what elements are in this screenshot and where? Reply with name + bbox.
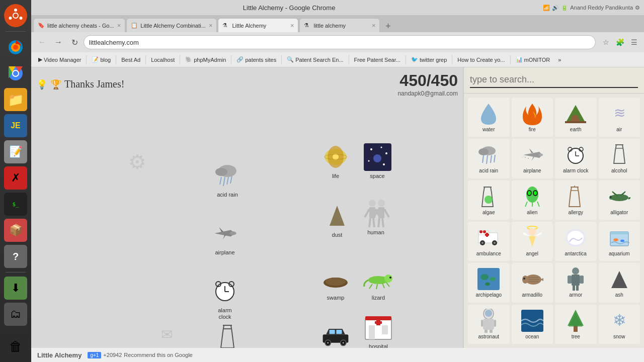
chrome-menu-icon[interactable]: ☰ <box>628 36 640 48</box>
element-earth[interactable]: earth <box>555 98 597 137</box>
firefox-icon[interactable] <box>4 36 27 59</box>
g1-button[interactable]: g+1 +20942 Recommend this on Google <box>88 352 192 358</box>
element-alcohol[interactable]: alcohol <box>599 139 640 178</box>
bookmark-localhost[interactable]: Localhost <box>148 56 178 64</box>
svg-rect-159 <box>490 330 493 333</box>
text-editor-icon[interactable]: 📝 <box>4 140 27 163</box>
tab-3[interactable]: ⚗ little alchemy × <box>299 18 380 32</box>
bookmark-how-to[interactable]: How to Create yo... <box>454 56 508 64</box>
url-bar[interactable]: littlealchemy.com <box>84 35 596 49</box>
canvas-lizard[interactable]: lizard <box>363 263 393 301</box>
canvas-swamp[interactable]: swamp <box>320 263 351 301</box>
ubuntu-icon[interactable] <box>4 4 27 27</box>
tab-2-close[interactable]: × <box>287 22 294 29</box>
element-armadillo[interactable]: armadillo <box>512 263 553 302</box>
element-alcohol-label: alcohol <box>611 168 627 174</box>
mail-decoration: ✉ <box>161 326 173 343</box>
bookmark-star-icon[interactable]: ☆ <box>600 36 612 48</box>
more-bookmarks[interactable]: » <box>555 56 564 64</box>
element-alien[interactable]: alien <box>512 180 553 220</box>
element-acid-rain-label: acid rain <box>479 168 498 174</box>
back-button[interactable]: ← <box>35 35 49 49</box>
element-snow-label: snow <box>613 334 625 340</box>
canvas-acid-rain[interactable]: acid rain <box>212 160 243 198</box>
tab-1-close[interactable]: × <box>206 22 213 29</box>
element-snow[interactable]: ❄ snow <box>599 305 640 344</box>
bookmark-phpmyadmin[interactable]: 🐘 phpMyAdmin <box>182 55 229 64</box>
search-input[interactable] <box>470 72 638 88</box>
bookmark-monitor[interactable]: 📊 mONITOR <box>513 55 553 64</box>
canvas-alarm-clock[interactable]: alarmclock <box>210 276 240 320</box>
svg-marker-152 <box>611 271 627 288</box>
element-ambulance[interactable]: ambulance <box>468 222 510 261</box>
element-earth-label: earth <box>570 127 582 133</box>
red-app-icon[interactable]: ✗ <box>4 166 27 190</box>
game-area[interactable]: ⚙ ✉ ☁ 💡 🏆 Thanks James! 450/450 nandapk0… <box>31 67 463 348</box>
reload-button[interactable]: ↻ <box>67 35 82 49</box>
element-air[interactable]: ≋ air <box>599 98 640 137</box>
element-fire[interactable]: fire <box>512 98 553 137</box>
files-icon[interactable]: 🗂 <box>4 303 27 326</box>
canvas-airplane[interactable]: airplane <box>210 218 240 255</box>
element-algae[interactable]: algae <box>468 180 510 220</box>
element-armor[interactable]: armor <box>555 263 597 302</box>
element-allergy[interactable]: allergy <box>555 180 597 220</box>
tab-2[interactable]: ⚗ Little Alchemy × <box>218 18 298 32</box>
canvas-life[interactable]: life <box>320 142 351 179</box>
canvas-space-label: space <box>362 173 392 179</box>
bookmark-best-ad[interactable]: Best Ad <box>118 56 143 64</box>
tab-1-favicon: 📋 <box>131 22 138 29</box>
je-icon[interactable]: JE <box>4 114 27 137</box>
element-antarctica[interactable]: antarctica <box>555 222 597 261</box>
canvas-alcohol[interactable]: alcohol <box>212 323 243 348</box>
element-ocean[interactable]: ocean <box>512 305 553 344</box>
bookmark-blog[interactable]: 📝 blog <box>89 55 114 64</box>
element-astronaut[interactable]: astronaut <box>468 305 510 344</box>
element-airplane[interactable]: airplane <box>512 139 553 178</box>
bookmark-video-manager[interactable]: ▶ Video Manager <box>35 55 84 64</box>
folder-icon[interactable]: 📁 <box>4 88 27 111</box>
tab-0[interactable]: 🔖 little alchemy cheats - Go... × <box>33 18 125 32</box>
canvas-human[interactable]: human <box>361 198 391 235</box>
element-archipelago[interactable]: archipelago <box>468 263 510 302</box>
tab-1[interactable]: 📋 Little Alchemy Combinati... × <box>126 18 217 32</box>
chrome-dock-icon[interactable] <box>4 62 27 85</box>
svg-line-59 <box>382 283 384 288</box>
new-tab-button[interactable]: + <box>381 20 395 32</box>
element-aquarium[interactable]: aquarium <box>599 222 640 261</box>
bookmark-free-patent[interactable]: Free Patent Sear... <box>351 56 404 64</box>
svg-line-13 <box>220 177 221 185</box>
svg-rect-47 <box>378 207 384 218</box>
element-ash[interactable]: ash <box>599 263 640 302</box>
help-icon[interactable]: ? <box>4 245 27 268</box>
element-acid-rain[interactable]: acid rain <box>468 139 510 178</box>
bookmark-patents[interactable]: 🔗 patents sites <box>233 55 279 64</box>
element-alligator[interactable]: alligator <box>599 180 640 220</box>
canvas-dust[interactable]: dust <box>322 201 352 238</box>
forward-button[interactable]: → <box>51 35 65 49</box>
canvas-hospital[interactable]: hospital <box>363 312 393 348</box>
tab-3-close[interactable]: × <box>369 22 376 29</box>
install-icon[interactable]: ⬇ <box>4 277 27 300</box>
tab-0-close[interactable]: × <box>114 22 121 29</box>
game-header: 💡 🏆 Thanks James! 450/450 nandapk0@gmail… <box>36 71 458 97</box>
right-panel: water fire <box>463 67 644 348</box>
svg-point-112 <box>528 191 531 195</box>
trash-icon[interactable]: 🗑 <box>4 335 27 358</box>
canvas-car[interactable]: car <box>320 320 351 348</box>
extensions-icon[interactable]: 🧩 <box>614 36 626 48</box>
bookmark-sep-5 <box>231 55 231 64</box>
element-angel[interactable]: angel <box>512 222 553 261</box>
synaptic-icon[interactable]: 📦 <box>4 219 27 242</box>
svg-point-154 <box>485 310 492 317</box>
element-tree[interactable]: tree <box>555 305 597 344</box>
element-archipelago-label: archipelago <box>475 292 502 298</box>
bookmark-twitter-grep[interactable]: 🐦 twitter grep <box>408 55 450 64</box>
chrome-window: Little Alchemy - Google Chrome 📶 🔊 🔋 Lit… <box>31 0 644 362</box>
element-water[interactable]: water <box>468 98 510 137</box>
bookmark-patent-search[interactable]: 🔍 Patent Search En... <box>284 55 346 64</box>
canvas-space[interactable]: space <box>362 142 392 179</box>
element-alarm-clock[interactable]: alarm clock <box>555 139 597 178</box>
svg-point-30 <box>333 154 339 160</box>
terminal-icon[interactable]: $_ <box>4 193 27 216</box>
